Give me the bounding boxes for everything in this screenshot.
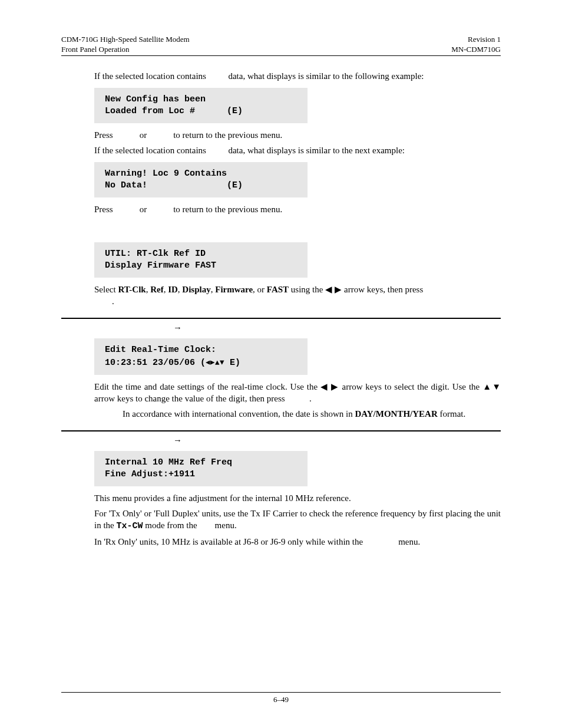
paragraph-date-format: In accordance with international convent… xyxy=(94,408,501,420)
right-arrow-icon: → xyxy=(173,322,182,332)
paragraph-press-return-2: Press or to return to the previous menu. xyxy=(94,203,501,215)
paragraph-fine-adjust: This menu provides a fine adjustment for… xyxy=(94,492,501,504)
header-left-line2: Front Panel Operation xyxy=(61,45,130,54)
lcd-box-rtclock: Edit Real-Time Clock: 10:23:51 23/05/06 … xyxy=(94,338,308,375)
heading-ref: → xyxy=(61,435,501,445)
paragraph-press-return-1: Press or to return to the previous menu. xyxy=(94,129,501,141)
heading-rtclk: → xyxy=(61,322,501,332)
paragraph-rx-only: In 'Rx Only' units, 10 MHz is available … xyxy=(94,536,501,548)
section-rule-ref xyxy=(61,430,501,431)
paragraph-select-util: Select RT-Clk, Ref, ID, Display, Firmwar… xyxy=(94,284,501,307)
paragraph-tx-only: For 'Tx Only' or 'Full Duplex' units, us… xyxy=(94,508,501,532)
header-right-line1: Revision 1 xyxy=(468,35,501,44)
up-down-arrow-icon: ▲▼ xyxy=(482,381,501,391)
header-right-line2: MN-CDM710G xyxy=(451,45,501,54)
header-left-line1: CDM-710G High-Speed Satellite Modem xyxy=(61,35,190,44)
lcd-box-util: UTIL: RT-Clk Ref ID Display Firmware FAS… xyxy=(94,242,308,278)
lcd-box-new-config: New Config has been Loaded from Loc # (E… xyxy=(94,88,308,123)
paragraph-no-data: If the selected location contains data, … xyxy=(94,144,501,156)
page-footer: 6–49 xyxy=(0,692,562,704)
lcd-box-warning: Warning! Loc 9 Contains No Data! (E) xyxy=(94,162,308,197)
left-right-arrow-icon: ◀ ▶ xyxy=(325,284,342,294)
arrow-group-icon: ◂▸▴▾ xyxy=(206,357,224,367)
section-rule-rtclk xyxy=(61,318,501,319)
lcd-box-ref-freq: Internal 10 MHz Ref Freq Fine Adjust:+19… xyxy=(94,451,308,486)
header-rule xyxy=(61,55,501,56)
paragraph-valid-data: If the selected location contains data, … xyxy=(94,70,501,82)
paragraph-edit-clock: Edit the time and date settings of the r… xyxy=(94,381,501,404)
right-arrow-icon: → xyxy=(173,435,182,445)
left-right-arrow-icon: ◀ ▶ xyxy=(320,381,339,391)
page-number: 6–49 xyxy=(0,695,562,704)
